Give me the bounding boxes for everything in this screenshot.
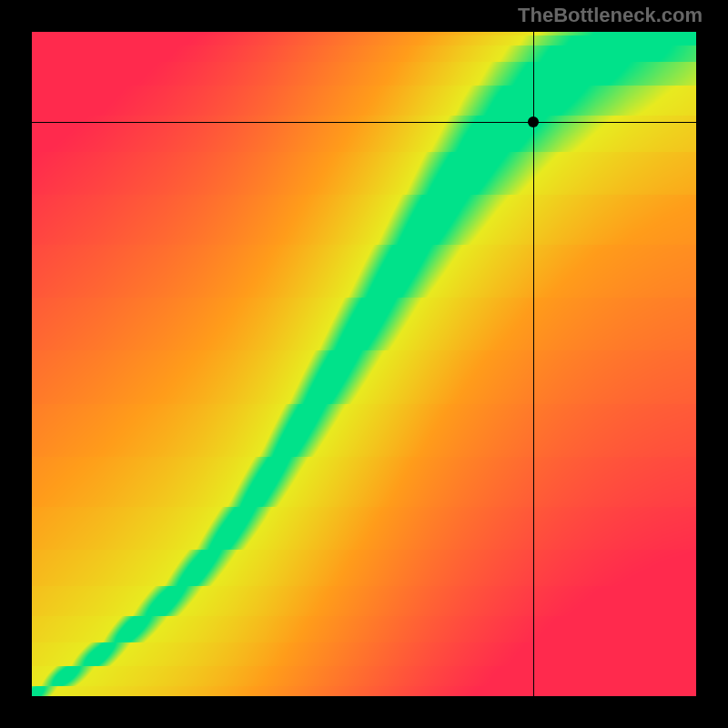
watermark-text: TheBottleneck.com: [518, 4, 703, 27]
heatmap-plot: [32, 32, 696, 696]
crosshair-vertical: [533, 32, 534, 696]
intersection-marker: [528, 116, 539, 127]
heatmap-canvas: [32, 32, 696, 696]
crosshair-horizontal: [32, 122, 696, 123]
